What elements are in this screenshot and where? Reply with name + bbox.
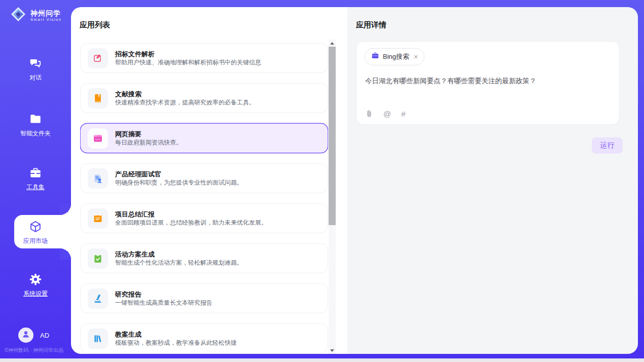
app-card-title: 教案生成 (115, 330, 237, 339)
prompt-card: Bing搜索 × 今日湖北有哪些新闻要点？有哪些需要关注的最新政策？ @ # (356, 41, 620, 125)
research-icon (88, 288, 108, 309)
mention-icon[interactable]: @ (383, 110, 391, 118)
window-bottom-edge (0, 358, 644, 362)
briefcase-icon (371, 52, 379, 62)
app-detail-panel: 应用详情 Bing搜索 × 今日湖北有哪些新闻要点？有哪些需要关注的最新政策？ (347, 7, 638, 354)
query-text[interactable]: 今日湖北有哪些新闻要点？有哪些需要关注的最新政策？ (365, 77, 609, 86)
book-icon (88, 88, 108, 108)
app-card-description: 每日政府新闻资讯快查。 (115, 138, 182, 147)
sidebar-item-label: 系统设置 (23, 290, 48, 297)
scrollbar-thumb[interactable] (329, 47, 336, 225)
sidebar-item-label: 对话 (29, 74, 42, 81)
brand-diamond-icon (10, 6, 26, 24)
app-card-6[interactable]: 研究报告一键智能生成高质量长文本研究报告 (80, 283, 328, 313)
app-card-texts: 教案生成模板驱动，教案秒成，教学准备从此轻松快捷 (115, 330, 237, 347)
chat-icon (29, 57, 42, 70)
app-card-title: 文献搜索 (115, 90, 255, 98)
cube-icon (29, 220, 42, 233)
app-card-texts: 产品经理面试官明确身份和职责，为您提供专业性的面试问题。 (115, 170, 243, 187)
user-initials: AD (40, 332, 49, 339)
sidebar-item-1[interactable]: 智能文件夹 (0, 113, 71, 138)
input-toolbar: @ # (365, 110, 406, 118)
app-card-1[interactable]: 文献搜索快速精准查找学术资源，提高研究效率的必备工具。 (80, 83, 328, 113)
sidebar: 神州问学 Smart Vision 对话智能文件夹工具集应用市场系统设置 AD … (0, 0, 71, 358)
plugin-chip-label: Bing搜索 (383, 52, 409, 61)
app-card-texts: 研究报告一键智能生成高质量长文本研究报告 (115, 290, 212, 307)
books-icon (88, 329, 108, 349)
plugin-chip-bing-search[interactable]: Bing搜索 × (365, 48, 424, 65)
app-card-texts: 招标文件解析帮助用户快速、准确地理解和解析招标书中的关键信息 (115, 50, 261, 66)
sidebar-item-3[interactable]: 应用市场 (0, 220, 71, 245)
gear-icon (29, 273, 42, 286)
app-card-description: 智能生成个性化活动方案，轻松解决规划难题。 (115, 259, 243, 267)
scroll-down-icon[interactable] (329, 347, 336, 354)
report-icon (88, 208, 108, 229)
user-account[interactable]: AD (18, 328, 49, 343)
app-card-2[interactable]: </>网页摘要每日政府新闻资讯快查。 (80, 123, 328, 153)
app-detail-title: 应用详情 (356, 20, 386, 30)
app-card-texts: 文献搜索快速精准查找学术资源，提高研究效率的必备工具。 (115, 90, 255, 106)
sidebar-item-2[interactable]: 工具集 (0, 166, 71, 192)
webpage-icon: </> (88, 128, 108, 149)
sidebar-item-label: 工具集 (26, 184, 45, 191)
app-card-texts: 项目总结汇报全面回顾项目进展，总结经验教训，助力未来优化发展。 (115, 210, 267, 227)
app-card-title: 招标文件解析 (115, 50, 261, 58)
app-list: 招标文件解析帮助用户快速、准确地理解和解析招标书中的关键信息文献搜索快速精准查找… (80, 43, 328, 354)
bubble-curve-top (60, 204, 71, 215)
clipboard-check-icon (88, 248, 108, 269)
app-list-title: 应用列表 (80, 20, 110, 30)
app-list-panel: 应用列表 招标文件解析帮助用户快速、准确地理解和解析招标书中的关键信息文献搜索快… (71, 7, 347, 354)
brand-logo: 神州问学 Smart Vision (10, 6, 62, 24)
brand-subtitle: Smart Vision (30, 17, 62, 22)
brand-name: 神州问学 (30, 9, 62, 17)
app-card-description: 全面回顾项目进展，总结经验教训，助力未来优化发展。 (115, 219, 267, 227)
app-card-title: 产品经理面试官 (115, 170, 243, 178)
app-card-description: 一键智能生成高质量长文本研究报告 (115, 299, 212, 307)
folder-icon (29, 113, 42, 126)
app-card-7[interactable]: 教案生成模板驱动，教案秒成，教学准备从此轻松快捷 (80, 323, 328, 353)
sidebar-item-0[interactable]: 对话 (0, 57, 71, 82)
sidebar-item-4[interactable]: 系统设置 (0, 273, 71, 298)
app-card-title: 研究报告 (115, 290, 212, 299)
attachment-icon[interactable] (365, 110, 373, 118)
app-card-description: 模板驱动，教案秒成，教学准备从此轻松快捷 (115, 339, 237, 347)
app-card-texts: 网页摘要每日政府新闻资讯快查。 (115, 130, 182, 147)
app-card-5[interactable]: 活动方案生成智能生成个性化活动方案，轻松解决规划难题。 (80, 243, 328, 273)
bubble-curve-bottom (60, 248, 71, 260)
app-card-4[interactable]: 项目总结汇报全面回顾项目进展，总结经验教训，助力未来优化发展。 (80, 203, 328, 233)
app-card-description: 帮助用户快速、准确地理解和解析招标书中的关键信息 (115, 58, 261, 66)
svg-text:</>: </> (95, 137, 101, 141)
scrollbar-track[interactable] (329, 47, 336, 347)
toolbox-icon (29, 166, 42, 179)
copyright: ©神州数码 · 神州问学出品 (5, 347, 71, 354)
app-card-description: 明确身份和职责，为您提供专业性的面试问题。 (115, 178, 243, 187)
hash-icon[interactable]: # (401, 110, 405, 118)
app-card-description: 快速精准查找学术资源，提高研究效率的必备工具。 (115, 98, 255, 106)
app-window: 神州问学 Smart Vision 对话智能文件夹工具集应用市场系统设置 AD … (0, 0, 644, 362)
sidebar-item-label: 智能文件夹 (20, 130, 51, 137)
scrollbar[interactable] (329, 40, 336, 354)
tender-doc-icon (88, 48, 108, 68)
run-button[interactable]: 运行 (592, 137, 623, 154)
app-card-title: 活动方案生成 (115, 250, 243, 259)
sidebar-item-label: 应用市场 (23, 237, 48, 244)
app-card-title: 项目总结汇报 (115, 210, 267, 219)
scroll-up-icon[interactable] (329, 40, 336, 47)
app-card-3[interactable]: 产品经理面试官明确身份和职责，为您提供专业性的面试问题。 (80, 163, 328, 193)
close-icon[interactable]: × (414, 53, 418, 60)
avatar (18, 328, 33, 343)
app-card-texts: 活动方案生成智能生成个性化活动方案，轻松解决规划难题。 (115, 250, 243, 267)
app-card-title: 网页摘要 (115, 130, 182, 138)
person-icon (21, 330, 30, 341)
interviewer-icon (88, 168, 108, 189)
app-card-0[interactable]: 招标文件解析帮助用户快速、准确地理解和解析招标书中的关键信息 (80, 43, 328, 73)
